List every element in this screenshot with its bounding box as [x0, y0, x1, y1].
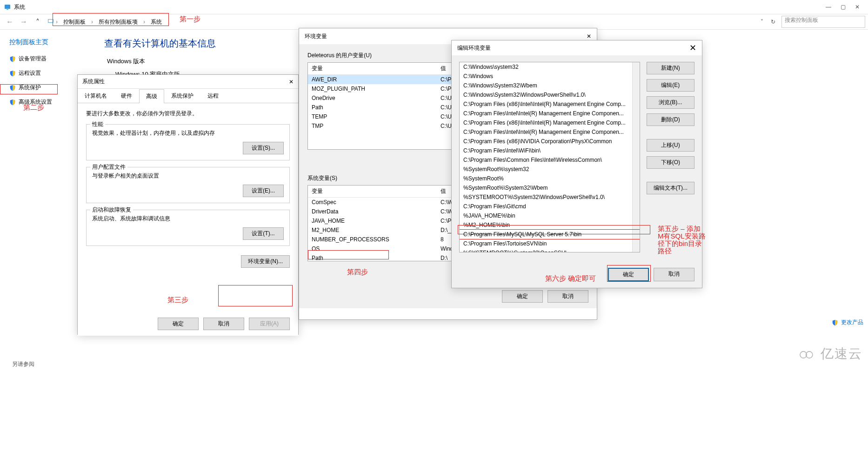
step-label-2: 第二步	[23, 103, 44, 112]
scrollbar[interactable]	[632, 62, 640, 252]
maximize-button[interactable]: ▢	[836, 2, 850, 12]
address-dropdown[interactable]: ˅	[756, 19, 768, 25]
list-item[interactable]: C:\Program Files\TortoiseSVN\bin	[460, 239, 640, 248]
side-link-advanced[interactable]: 高级系统设置	[9, 98, 88, 106]
path-down-button[interactable]: 下移(O)	[647, 156, 694, 169]
dialog-title: 系统属性	[82, 78, 105, 86]
list-item[interactable]: C:\Program Files\Intel\WiFi\bin\	[460, 146, 640, 155]
path-up-button[interactable]: 上移(U)	[647, 139, 694, 152]
step-label-1: 第一步	[180, 15, 200, 24]
list-item[interactable]: %JAVA_HOME%\bin	[460, 211, 640, 220]
link-label: 更改产品	[841, 318, 863, 326]
tab-hardware[interactable]: 硬件	[114, 89, 139, 103]
list-item[interactable]: %SystemRoot%	[460, 174, 640, 183]
step-label-3: 第三步	[167, 296, 188, 305]
boot-title: 启动和故障恢复	[90, 206, 133, 214]
list-item[interactable]: %SYSTEMROOT%\System32\WindowsPowerShell\…	[460, 192, 640, 202]
close-button[interactable]: ✕	[850, 2, 864, 12]
list-item[interactable]: %SystemRoot%\System32\Wbem	[460, 183, 640, 192]
boot-settings-button[interactable]: 设置(T)...	[243, 227, 284, 240]
dialog-title: 环境变量	[305, 33, 327, 40]
side-link-remote[interactable]: 远程设置	[9, 69, 88, 77]
sysprop-ok-button[interactable]: 确定	[158, 318, 199, 330]
perf-settings-button[interactable]: 设置(S)...	[243, 142, 284, 154]
dialog-title-bar: 编辑环境变量 ✕	[452, 40, 702, 55]
up-button[interactable]: ˄	[31, 18, 45, 27]
system-icon	[4, 3, 11, 11]
list-item[interactable]: C:\Program Files (x86)\Intel\Intel(R) Ma…	[460, 99, 640, 109]
path-list[interactable]: C:\Windows\system32C:\WindowsC:\Windows\…	[459, 62, 640, 252]
list-item[interactable]: C:\Program Files\Common Files\Intel\Wire…	[460, 155, 640, 165]
tab-remote[interactable]: 远程	[200, 89, 226, 103]
close-icon[interactable]: ✕	[689, 43, 696, 53]
see-also-label: 另请参阅	[12, 360, 34, 368]
perf-title: 性能	[90, 120, 105, 128]
list-item[interactable]: C:\Windows\system32	[460, 62, 640, 72]
path-new-button[interactable]: 新建(N)	[647, 62, 694, 74]
sysprop-cancel-button[interactable]: 取消	[203, 318, 244, 330]
list-item[interactable]: C:\Windows\System32\Wbem	[460, 81, 640, 90]
title-bar: 系统 — ▢ ✕	[0, 0, 868, 14]
path-browse-button[interactable]: 浏览(B)...	[647, 96, 694, 109]
boot-group: 启动和故障恢复 系统启动、系统故障和调试信息 设置(T)...	[86, 210, 290, 246]
env-variables-button[interactable]: 环境变量(N)...	[241, 255, 290, 268]
perf-desc: 视觉效果，处理器计划，内存使用，以及虚拟内存	[92, 129, 284, 137]
dialog-title-bar: 系统属性 ✕	[78, 75, 298, 89]
annotation-box-2	[0, 84, 58, 94]
col-var[interactable]: 变量	[308, 186, 437, 198]
prof-title: 用户配置文件	[90, 163, 127, 171]
annotation-box-1	[53, 13, 169, 26]
env-ok-button[interactable]: 确定	[502, 290, 543, 303]
control-panel-home-link[interactable]: 控制面板主页	[9, 38, 88, 46]
path-text-button[interactable]: 编辑文本(T)...	[647, 182, 694, 194]
annotation-box-4	[308, 250, 389, 259]
step-label-4: 第四步	[347, 268, 368, 277]
tab-computer-name[interactable]: 计算机名	[78, 89, 114, 103]
svg-rect-1	[7, 9, 8, 10]
sysprop-apply-button[interactable]: 应用(A)	[249, 318, 290, 330]
list-item[interactable]: C:\Program Files\Intel\Intel(R) Manageme…	[460, 109, 640, 118]
tab-advanced[interactable]: 高级	[139, 89, 164, 103]
profile-group: 用户配置文件 与登录帐户相关的桌面设置 设置(E)...	[86, 167, 290, 203]
list-item[interactable]: C:\Windows\System32\WindowsPowerShell\v1…	[460, 90, 640, 99]
shield-icon	[9, 56, 16, 62]
step-label-5: 第五步 – 添加 M有SQL安装路 径下的bin目录 路径	[658, 225, 706, 255]
list-item[interactable]: C:\Program Files\MySQL\MySQL Server 5.7\…	[459, 229, 640, 239]
list-item[interactable]: C:\Program Files (x86)\NVIDIA Corporatio…	[460, 137, 640, 146]
step-label-6: 第六步 确定即可	[545, 274, 596, 283]
svg-rect-0	[5, 5, 10, 9]
list-item[interactable]: C:\Program Files (x86)\Intel\Intel(R) Ma…	[460, 118, 640, 127]
side-link-label: 设备管理器	[19, 55, 47, 63]
back-button[interactable]: ←	[3, 18, 17, 26]
change-product-key-link[interactable]: 更改产品	[832, 318, 863, 326]
dialog-title: 编辑环境变量	[457, 44, 491, 52]
path-delete-button[interactable]: 删除(D)	[647, 113, 694, 126]
forward-button[interactable]: →	[17, 18, 31, 26]
annotation-box-6	[607, 265, 651, 282]
list-item[interactable]: C:\Windows	[460, 72, 640, 81]
path-edit-button[interactable]: 编辑(E)	[647, 79, 694, 92]
watermark: 亿速云	[798, 345, 862, 363]
close-icon[interactable]: ✕	[289, 79, 294, 85]
list-item[interactable]: %SYSTEMROOT%\System32\OpenSSH\	[460, 248, 640, 252]
close-icon[interactable]: ✕	[587, 33, 591, 40]
minimize-button[interactable]: —	[821, 2, 836, 12]
list-item[interactable]: C:\Program Files\Intel\Intel(R) Manageme…	[460, 127, 640, 137]
list-item[interactable]: C:\Program Files\Git\cmd	[460, 202, 640, 211]
shield-icon	[832, 319, 838, 326]
refresh-button[interactable]: ↻	[768, 19, 779, 25]
admin-note: 要进行大多数更改，你必须作为管理员登录。	[86, 110, 290, 118]
shield-icon	[9, 70, 16, 77]
tab-protection[interactable]: 系统保护	[164, 89, 200, 103]
window-title: 系统	[14, 3, 25, 11]
tabs: 计算机名 硬件 高级 系统保护 远程	[78, 89, 298, 103]
prof-settings-button[interactable]: 设置(E)...	[243, 185, 284, 197]
side-link-device-manager[interactable]: 设备管理器	[9, 55, 88, 63]
list-item[interactable]: %SystemRoot%\system32	[460, 165, 640, 174]
env-cancel-button[interactable]: 取消	[548, 290, 588, 303]
edit-cancel-button[interactable]: 取消	[654, 268, 694, 281]
col-var[interactable]: 变量	[308, 63, 437, 75]
prof-desc: 与登录帐户相关的桌面设置	[92, 172, 284, 180]
search-input[interactable]: 搜索控制面板	[781, 16, 865, 28]
shield-icon	[9, 99, 16, 106]
